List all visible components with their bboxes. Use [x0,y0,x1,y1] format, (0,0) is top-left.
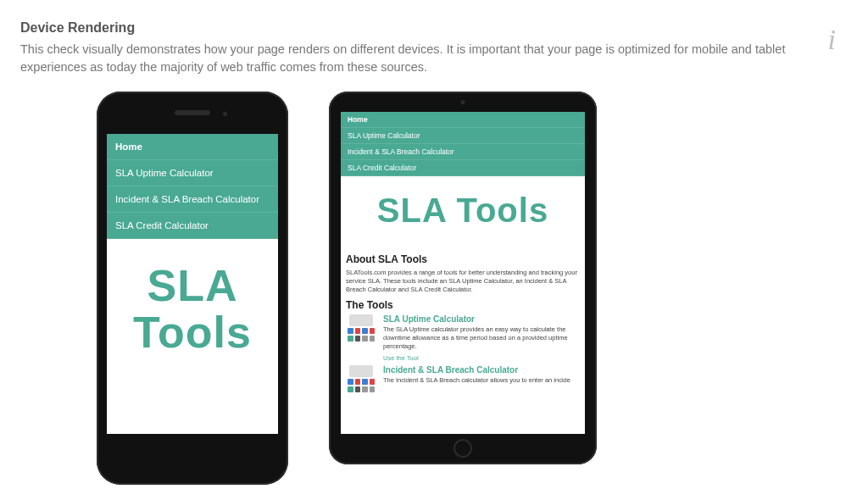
calculator-icon [346,314,376,345]
tablet-screen: Home SLA Uptime Calculator Incident & SL… [341,112,585,434]
nav-item-breach[interactable]: Incident & SLA Breach Calculator [341,144,585,160]
nav-item-home[interactable]: Home [107,134,278,160]
nav-item-uptime[interactable]: SLA Uptime Calculator [107,160,278,186]
tablet-camera-dot [461,100,465,104]
nav-item-credit[interactable]: SLA Credit Calculator [107,213,278,239]
nav-item-credit[interactable]: SLA Credit Calculator [341,160,585,176]
calculator-icon [346,365,376,396]
tablet-hero-title: SLA Tools [341,176,585,248]
nav-item-uptime[interactable]: SLA Uptime Calculator [341,128,585,144]
tool-title[interactable]: Incident & SLA Breach Calculator [383,365,580,375]
phone-earpiece [175,110,210,115]
tablet-content: About SLA Tools SLATools.com provides a … [341,253,585,396]
info-icon[interactable]: i [828,24,836,56]
tool-desc: The SLA Uptime calculator provides an ea… [383,325,580,350]
tablet-frame: Home SLA Uptime Calculator Incident & SL… [329,92,597,464]
section-description: This check visually demonstrates how you… [20,41,800,76]
about-text: SLATools.com provides a range of tools f… [346,269,580,294]
phone-camera-dot [223,112,227,116]
nav-item-breach[interactable]: Incident & SLA Breach Calculator [107,186,278,213]
phone-hero-title: SLA Tools [107,239,278,379]
tablet-home-button [453,439,472,458]
tool-row: SLA Uptime Calculator The SLA Uptime cal… [346,314,580,361]
section-title: Device Rendering [20,20,848,36]
nav-item-home[interactable]: Home [341,112,585,128]
phone-screen: Home SLA Uptime Calculator Incident & SL… [107,134,278,434]
phone-frame: Home SLA Uptime Calculator Incident & SL… [97,92,288,485]
phone-nav: Home SLA Uptime Calculator Incident & SL… [107,134,278,239]
tool-link[interactable]: Use the Tool [383,354,580,362]
tool-row: Incident & SLA Breach Calculator The Inc… [346,365,580,396]
device-previews: Home SLA Uptime Calculator Incident & SL… [20,92,848,485]
tablet-nav: Home SLA Uptime Calculator Incident & SL… [341,112,585,176]
about-heading: About SLA Tools [346,253,580,265]
tool-desc: The Incident & SLA Breach calculator all… [383,376,580,385]
tool-title[interactable]: SLA Uptime Calculator [383,314,580,324]
tools-heading: The Tools [346,299,580,311]
